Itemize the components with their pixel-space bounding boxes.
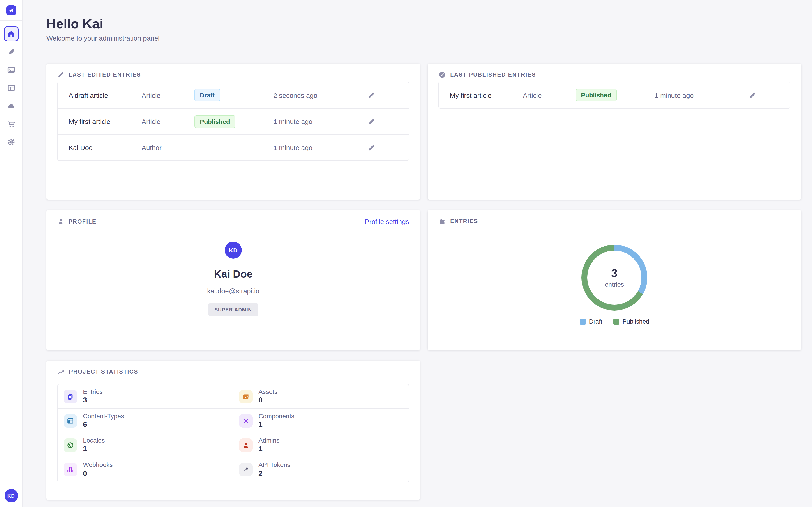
entry-type: Author (142, 144, 194, 152)
legend-label: Draft (589, 318, 602, 325)
status-badge: Draft (194, 89, 220, 101)
profile-email: kai.doe@strapi.io (207, 287, 259, 295)
person-icon (57, 218, 64, 225)
entry-type: Article (142, 91, 194, 99)
stat-value: 3 (83, 396, 103, 405)
feather-icon (7, 48, 15, 56)
user-avatar[interactable]: KD (4, 489, 18, 503)
gear-icon (7, 138, 15, 146)
stat-label: Assets (258, 388, 277, 396)
chart-legend: Draft Published (428, 318, 801, 325)
profile-body: KD Kai Doe kai.doe@strapi.io SUPER ADMIN (46, 241, 420, 316)
stat-value: 0 (83, 469, 113, 478)
card-title: ENTRIES (450, 218, 478, 224)
card-title: LAST PUBLISHED ENTRIES (450, 72, 536, 78)
stat-value: 2 (258, 469, 290, 478)
stat-label: Entries (83, 388, 103, 396)
sidebar-item-home[interactable] (3, 26, 19, 42)
stat-label: Content-Types (83, 412, 124, 420)
table-row: My first article Article Published 1 min… (439, 82, 790, 108)
page-title: Hello Kai (46, 16, 103, 32)
key-icon (239, 463, 253, 476)
stat-locales: Locales 1 (58, 433, 233, 457)
home-icon (7, 30, 15, 38)
pencil-icon (749, 92, 756, 99)
card-project-statistics: PROJECT STATISTICS Entries 3 (46, 360, 420, 500)
person-icon (239, 438, 253, 452)
entry-name: Kai Doe (68, 144, 142, 152)
stat-api-tokens: API Tokens 2 (233, 457, 409, 482)
sidebar-item-cloud[interactable] (3, 98, 19, 114)
logo-block (0, 0, 22, 21)
pencil-icon (368, 92, 375, 99)
last-edited-table: A draft article Article Draft 2 seconds … (57, 81, 409, 161)
pencil-icon (368, 118, 375, 125)
card-title: PROJECT STATISTICS (69, 369, 138, 375)
strapi-logo-icon[interactable] (6, 5, 16, 15)
sidebar-item-content-manager[interactable] (3, 44, 19, 59)
edit-entry-button[interactable] (366, 90, 377, 101)
table-row: My first article Article Published 1 min… (58, 108, 409, 134)
stat-value: 1 (258, 420, 294, 429)
trend-up-icon (57, 368, 64, 376)
entries-donut-chart: 3 entries (581, 245, 647, 311)
status-badge: Published (194, 115, 236, 128)
donut-total: 3 (611, 268, 618, 280)
stat-value: 6 (83, 420, 124, 429)
stat-label: Locales (83, 437, 105, 445)
card-header: PROJECT STATISTICS (46, 360, 420, 376)
globe-icon (64, 438, 77, 452)
layout-icon (64, 414, 77, 428)
page-subtitle: Welcome to your administration panel (46, 34, 159, 42)
check-circle-icon (439, 71, 446, 78)
entry-time: 1 minute ago (655, 91, 747, 99)
puzzle-icon (439, 218, 446, 225)
sidebar: KD (0, 0, 22, 507)
documents-icon (64, 390, 77, 403)
image-icon (7, 66, 15, 74)
stats-table: Entries 3 Assets 0 (57, 384, 409, 482)
card-title: LAST EDITED ENTRIES (68, 71, 141, 78)
profile-name: Kai Doe (214, 268, 252, 280)
stat-components: Components 1 (233, 409, 409, 433)
edit-entry-button[interactable] (747, 90, 758, 101)
sidebar-item-content-type-builder[interactable] (3, 80, 19, 96)
last-published-table: My first article Article Published 1 min… (439, 81, 790, 109)
stat-value: 1 (258, 445, 280, 454)
stat-label: Admins (258, 437, 280, 445)
edit-entry-button[interactable] (366, 142, 377, 153)
stat-label: Webhooks (83, 461, 113, 469)
pencil-icon (368, 144, 375, 151)
edit-entry-button[interactable] (366, 116, 377, 127)
card-header: LAST PUBLISHED ENTRIES (428, 64, 801, 78)
sidebar-item-marketplace[interactable] (3, 116, 19, 131)
status-empty: - (194, 144, 273, 152)
stat-value: 0 (258, 396, 277, 405)
stat-webhooks: Webhooks 0 (58, 457, 233, 482)
card-last-edited-entries: LAST EDITED ENTRIES A draft article Arti… (46, 64, 420, 200)
cart-icon (7, 120, 15, 128)
legend-item-draft: Draft (579, 318, 602, 325)
sidebar-item-media-library[interactable] (3, 62, 19, 77)
card-last-published-entries: LAST PUBLISHED ENTRIES My first article … (428, 64, 801, 200)
stat-label: API Tokens (258, 461, 290, 469)
card-header: ENTRIES (428, 210, 801, 225)
legend-swatch-draft (579, 319, 586, 325)
entry-name: A draft article (68, 91, 142, 99)
stat-content-types: Content-Types 6 (58, 409, 233, 433)
sidebar-footer: KD (0, 484, 22, 507)
sidebar-item-settings[interactable] (3, 134, 19, 150)
profile-settings-link[interactable]: Profile settings (365, 218, 409, 225)
donut-unit: entries (605, 281, 624, 288)
sidebar-nav (0, 26, 22, 150)
card-title: PROFILE (68, 218, 97, 225)
pencil-icon (57, 71, 64, 78)
stat-admins: Admins 1 (233, 433, 409, 457)
table-row: Kai Doe Author - 1 minute ago (58, 134, 409, 160)
table-row: A draft article Article Draft 2 seconds … (58, 82, 409, 108)
legend-label: Published (622, 318, 649, 325)
entry-type: Article (142, 118, 194, 125)
card-profile: PROFILE Profile settings KD Kai Doe kai.… (46, 210, 420, 350)
entry-time: 1 minute ago (273, 144, 366, 152)
stat-entries: Entries 3 (58, 384, 233, 409)
